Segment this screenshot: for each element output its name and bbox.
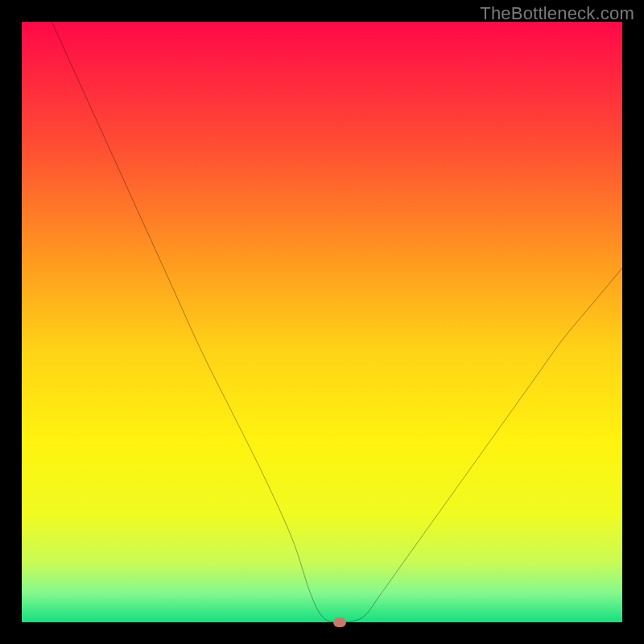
curve-layer <box>22 22 622 622</box>
bottleneck-curve <box>52 22 622 622</box>
watermark: TheBottleneck.com <box>480 3 634 24</box>
chart-container: TheBottleneck.com <box>0 0 644 644</box>
plot-area <box>22 22 622 622</box>
optimal-point-marker <box>333 617 346 627</box>
